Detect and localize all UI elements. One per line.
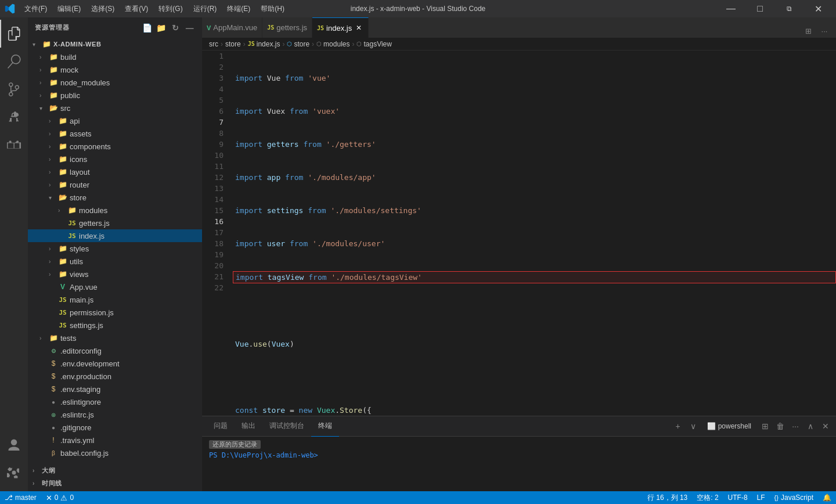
breadcrumb-store2[interactable]: ⬡ store xyxy=(287,40,309,48)
tab-appmain[interactable]: V AppMain.vue xyxy=(202,17,262,38)
panel-tab-output[interactable]: 输出 xyxy=(235,416,262,437)
tab-index[interactable]: JS index.js ✕ xyxy=(312,17,369,38)
menu-run[interactable]: 运行(R) xyxy=(189,3,222,15)
menu-help[interactable]: 帮助(H) xyxy=(256,3,289,15)
terminal-dropdown-button[interactable]: ∨ xyxy=(687,420,699,432)
menu-view[interactable]: 查看(V) xyxy=(120,3,153,15)
more-terminal-button[interactable]: ··· xyxy=(790,420,801,432)
tree-item-getters[interactable]: › JS getters.js xyxy=(28,217,202,229)
menu-terminal[interactable]: 终端(E) xyxy=(222,3,255,15)
tabs-right-controls[interactable]: ⊞ ··· xyxy=(797,24,836,38)
panel-tab-problems[interactable]: 问题 xyxy=(207,416,235,437)
tree-item-appvue[interactable]: › V App.vue xyxy=(28,280,202,293)
tree-item-views[interactable]: › 📁 views xyxy=(28,268,202,280)
sidebar-actions[interactable]: 📄 📁 ↻ ⸻ xyxy=(142,22,195,34)
split-editor-button[interactable]: ⊞ xyxy=(801,24,815,38)
titlebar-menu[interactable]: 文件(F) 编辑(E) 选择(S) 查看(V) 转到(G) 运行(R) 终端(E… xyxy=(20,3,289,15)
chevron-up-button[interactable]: ∧ xyxy=(805,420,816,432)
menu-select[interactable]: 选择(S) xyxy=(87,3,119,15)
code-editor[interactable]: 1 2 3 4 5 6 7 8 9 10 11 12 13 14 15 16 1 xyxy=(202,51,836,416)
breadcrumb-tagsview[interactable]: ⬡ tagsView xyxy=(356,40,391,48)
close-button[interactable]: ✕ xyxy=(805,0,831,17)
tree-item-gitignore[interactable]: › ● .gitignore xyxy=(28,421,202,434)
panel-tab-terminal[interactable]: 终端 xyxy=(311,416,339,437)
tree-item-modules[interactable]: › 📁 modules xyxy=(28,204,202,217)
tree-item-assets[interactable]: › 📁 assets xyxy=(28,127,202,140)
maximize-button[interactable]: □ xyxy=(747,0,773,17)
activity-search[interactable] xyxy=(0,48,28,75)
tree-item-eslintrc[interactable]: › ⊛ .eslintrc.js xyxy=(28,408,202,421)
menu-file[interactable]: 文件(F) xyxy=(20,3,52,15)
language-item[interactable]: {} JavaScript xyxy=(770,491,818,504)
tree-item-router[interactable]: › 📁 router xyxy=(28,178,202,191)
tree-item-editorconfig[interactable]: › ⚙ .editorconfig xyxy=(28,344,202,357)
errors-item[interactable]: ✕ 0 ⚠ 0 xyxy=(41,491,78,504)
kill-terminal-button[interactable]: 🗑 xyxy=(774,420,786,432)
outline-section[interactable]: › 大纲 xyxy=(28,464,202,477)
panel-content[interactable]: 还原的历史记录 PS D:\VueProj\x-admin-web> xyxy=(202,437,836,491)
encoding-item[interactable]: UTF-8 xyxy=(723,491,752,504)
tree-item-styles[interactable]: › 📁 styles xyxy=(28,242,202,255)
tree-root-folder[interactable]: ▾ 📁 X-ADMIN-WEB xyxy=(28,38,202,51)
activity-explorer[interactable] xyxy=(0,20,28,48)
tree-item-settings[interactable]: › JS settings.js xyxy=(28,319,202,332)
spaces-item[interactable]: 空格: 2 xyxy=(692,491,723,504)
line-col-item[interactable]: 行 16，列 13 xyxy=(643,491,692,504)
minimize-button[interactable]: — xyxy=(718,0,744,17)
tree-item-public[interactable]: › 📁 public xyxy=(28,89,202,102)
tree-item-travis[interactable]: › ! .travis.yml xyxy=(28,434,202,447)
code-content[interactable]: import Vue from 'vue' import Vuex from '… xyxy=(228,51,836,416)
activity-account[interactable] xyxy=(0,431,28,459)
activity-settings[interactable] xyxy=(0,459,28,487)
tree-item-icons[interactable]: › 📁 icons xyxy=(28,153,202,165)
git-branch-item[interactable]: ⎇ master xyxy=(0,491,41,504)
breadcrumb-indexjs[interactable]: JS index.js xyxy=(248,40,280,48)
activity-debug[interactable] xyxy=(0,103,28,131)
feedback-item[interactable]: 🔔 xyxy=(818,491,836,504)
new-file-button[interactable]: 📄 xyxy=(142,22,153,34)
menu-edit[interactable]: 编辑(E) xyxy=(53,3,85,15)
line-ending-item[interactable]: LF xyxy=(752,491,770,504)
tree-item-api[interactable]: › 📁 api xyxy=(28,114,202,127)
close-panel-button[interactable]: ✕ xyxy=(820,420,831,432)
tab-getters[interactable]: JS getters.js xyxy=(262,17,312,38)
tree-item-mock[interactable]: › 📁 mock xyxy=(28,63,202,76)
tree-item-mainjs[interactable]: › JS main.js xyxy=(28,293,202,306)
tree-item-src[interactable]: ▾ 📂 src xyxy=(28,102,202,114)
breadcrumb-store[interactable]: store xyxy=(225,40,241,48)
split-button[interactable]: ⧉ xyxy=(776,0,802,17)
panel-right-controls[interactable]: + ∨ ⬜ powershell ⊞ 🗑 ··· ∧ ✕ xyxy=(672,420,831,432)
activity-extensions[interactable] xyxy=(0,131,28,159)
powershell-label[interactable]: ⬜ powershell xyxy=(702,422,756,430)
tree-item-index[interactable]: › JS index.js xyxy=(28,229,202,242)
breadcrumb-modules[interactable]: ⬡ modules xyxy=(316,40,349,48)
refresh-button[interactable]: ↻ xyxy=(170,22,181,34)
tree-item-components[interactable]: › 📁 components xyxy=(28,140,202,153)
tree-item-layout[interactable]: › 📁 layout xyxy=(28,165,202,178)
tree-item-permission[interactable]: › JS permission.js xyxy=(28,306,202,319)
panel-tab-debug-console[interactable]: 调试控制台 xyxy=(262,416,311,437)
tree-item-env-dev[interactable]: › $ .env.development xyxy=(28,357,202,370)
menu-goto[interactable]: 转到(G) xyxy=(154,3,187,15)
tree-item-utils[interactable]: › 📁 utils xyxy=(28,255,202,268)
new-folder-button[interactable]: 📁 xyxy=(156,22,167,34)
tree-item-env-staging[interactable]: › $ .env.staging xyxy=(28,383,202,395)
tree-item-env-prod[interactable]: › $ .env.production xyxy=(28,370,202,383)
tab-close-button[interactable]: ✕ xyxy=(354,23,363,33)
titlebar-controls[interactable]: — □ ⧉ ✕ xyxy=(718,0,831,17)
tree-item-eslintignore[interactable]: › ● .eslintignore xyxy=(28,395,202,408)
tree-label: node_modules xyxy=(60,78,110,87)
add-terminal-button[interactable]: + xyxy=(672,420,684,432)
tree-item-node-modules[interactable]: › 📁 node_modules xyxy=(28,76,202,89)
timeline-section[interactable]: › 时间线 xyxy=(28,477,202,489)
line-numbers: 1 2 3 4 5 6 7 8 9 10 11 12 13 14 15 16 1 xyxy=(202,51,228,416)
tree-item-tests[interactable]: › 📁 tests xyxy=(28,332,202,344)
activity-git[interactable] xyxy=(0,75,28,103)
tree-item-build[interactable]: › 📁 build xyxy=(28,51,202,63)
tree-item-babel[interactable]: › β babel.config.js xyxy=(28,447,202,459)
more-actions-button[interactable]: ··· xyxy=(817,24,831,38)
collapse-button[interactable]: ⸻ xyxy=(183,22,195,34)
breadcrumb-src[interactable]: src xyxy=(209,40,218,48)
split-terminal-button[interactable]: ⊞ xyxy=(759,420,771,432)
tree-item-store[interactable]: ▾ 📂 store xyxy=(28,191,202,204)
